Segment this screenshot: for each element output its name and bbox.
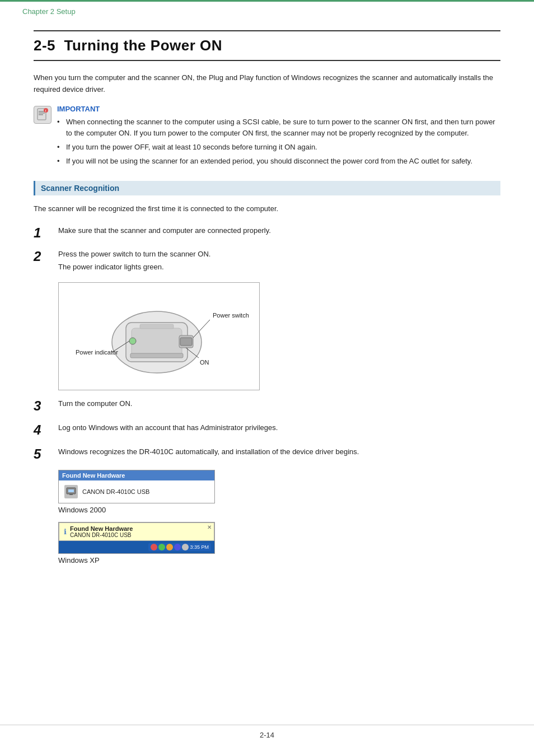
- section-title-bar: 2-5 Turning the Power ON: [34, 30, 500, 61]
- screenshot-body-w2k: CANON DR-4010C USB: [59, 480, 214, 503]
- important-box: ! IMPORTANT When connecting the scanner …: [34, 105, 500, 170]
- os-label-xp: Windows XP: [58, 556, 500, 564]
- tray-icon-5: [182, 544, 189, 550]
- scanner-diagram: Power switch Power indicator ON: [58, 282, 260, 390]
- page-number: 2-14: [260, 731, 274, 739]
- scanner-recognition-intro: The scanner will be recognized the first…: [34, 203, 500, 215]
- svg-rect-22: [69, 494, 73, 495]
- windows-xp-screenshot: ℹ Found New Hardware CANON DR-4010C USB …: [58, 522, 215, 554]
- step-1-content: Make sure that the scanner and computer …: [58, 225, 500, 238]
- step-4-content: Log onto Windows with an account that ha…: [58, 422, 500, 435]
- svg-rect-21: [68, 489, 74, 492]
- step-number-2: 2: [34, 249, 49, 265]
- found-new-hardware-titlebar-w2k: Found New Hardware: [59, 470, 214, 480]
- svg-text:!: !: [45, 109, 46, 113]
- step-number-5: 5: [34, 446, 49, 463]
- winxp-balloon-title: Found New Hardware: [70, 525, 133, 532]
- svg-text:ON: ON: [200, 359, 209, 366]
- winxp-info-icon: ℹ: [64, 528, 67, 536]
- top-bar: Chapter 2 Setup: [0, 0, 534, 19]
- intro-text: When you turn the computer and the scann…: [34, 72, 500, 96]
- winxp-balloon: ℹ Found New Hardware CANON DR-4010C USB …: [59, 522, 214, 541]
- important-title: IMPORTANT: [57, 105, 500, 113]
- svg-text:Power switch: Power switch: [213, 312, 249, 319]
- important-item-1: When connecting the scanner to the compu…: [57, 116, 500, 140]
- step-number-3: 3: [34, 398, 49, 414]
- important-list: When connecting the scanner to the compu…: [57, 116, 500, 167]
- tray-icon-3: [166, 544, 173, 550]
- important-icon: !: [34, 106, 51, 124]
- important-svg-icon: !: [36, 108, 49, 122]
- step-5: 5 Windows recognizes the DR-4010C automa…: [34, 446, 500, 463]
- svg-rect-18: [140, 324, 174, 329]
- tray-icon-2: [158, 544, 165, 550]
- step-3: 3 Turn the computer ON.: [34, 398, 500, 414]
- os-label-w2k: Windows 2000: [58, 506, 500, 514]
- winxp-balloon-body: CANON DR-4010C USB: [70, 532, 133, 538]
- svg-rect-8: [132, 328, 182, 356]
- important-content: IMPORTANT When connecting the scanner to…: [57, 105, 500, 170]
- step-4: 4 Log onto Windows with an account that …: [34, 422, 500, 438]
- important-item-2: If you turn the power OFF, wait at least…: [57, 142, 500, 153]
- svg-rect-3: [39, 114, 43, 115]
- page-footer: 2-14: [0, 725, 534, 739]
- scanner-diagram-svg: Power switch Power indicator ON: [70, 292, 249, 381]
- svg-point-9: [129, 338, 136, 344]
- found-hardware-text-w2k: CANON DR-4010C USB: [82, 488, 149, 495]
- scanner-recognition-heading: Scanner Recognition: [34, 181, 500, 195]
- step-2-content: Press the power switch to turn the scann…: [58, 249, 500, 274]
- important-item-3: If you will not be using the scanner for…: [57, 156, 500, 167]
- step-1: 1 Make sure that the scanner and compute…: [34, 225, 500, 241]
- svg-rect-19: [130, 353, 183, 358]
- step-3-content: Turn the computer ON.: [58, 398, 500, 411]
- section-title: 2-5 Turning the Power ON: [34, 37, 222, 54]
- winxp-clock: 3:35 PM: [190, 544, 209, 550]
- main-content: 2-5 Turning the Power ON When you turn t…: [0, 19, 534, 606]
- step-number-1: 1: [34, 225, 49, 241]
- svg-rect-2: [39, 113, 45, 114]
- winxp-tray: 3:35 PM: [148, 543, 211, 551]
- step-2: 2 Press the power switch to turn the sca…: [34, 249, 500, 274]
- winxp-close-button[interactable]: ✕: [207, 524, 212, 530]
- step-5-content: Windows recognizes the DR-4010C automati…: [58, 446, 500, 459]
- winxp-taskbar: 3:35 PM: [59, 541, 214, 553]
- tray-icon-4: [174, 544, 181, 550]
- svg-rect-11: [180, 338, 192, 346]
- chapter-label: Chapter 2 Setup: [22, 7, 76, 16]
- windows2000-screenshot: Found New Hardware CANON DR-4010C USB: [58, 470, 215, 503]
- tray-icon-1: [151, 544, 157, 550]
- step-number-4: 4: [34, 422, 49, 438]
- hardware-icon-w2k: [64, 485, 78, 498]
- svg-text:Power indicator: Power indicator: [76, 349, 118, 356]
